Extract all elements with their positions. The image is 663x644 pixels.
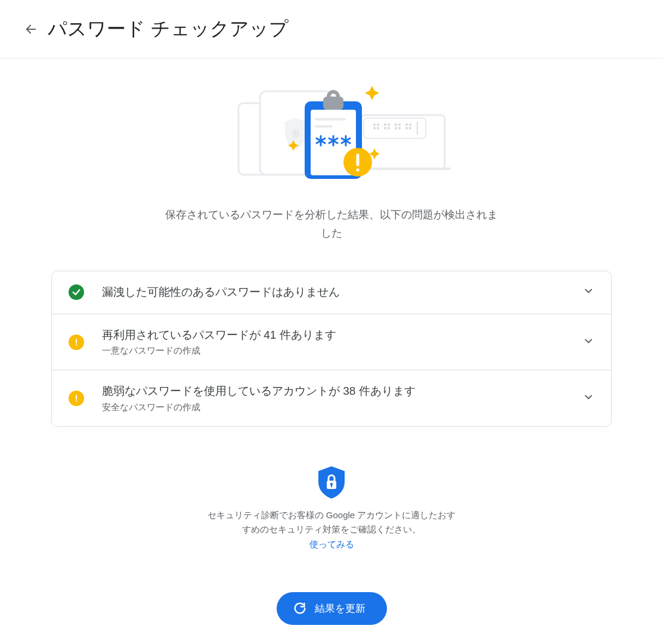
card-title: 脆弱なパスワードを使用しているアカウントが 38 件あります <box>102 383 573 400</box>
chevron-down-icon <box>583 391 594 405</box>
svg-point-46 <box>76 401 77 402</box>
arrow-left-icon <box>24 23 38 36</box>
chevron-down-icon <box>583 285 594 299</box>
svg-point-14 <box>384 123 386 126</box>
chevron-down-icon <box>583 335 594 349</box>
check-icon <box>69 284 84 300</box>
svg-point-44 <box>76 344 77 345</box>
card-title: 漏洩した可能性のあるパスワードはありません <box>102 284 573 301</box>
result-card-weak[interactable]: 脆弱なパスワードを使用しているアカウントが 38 件あります 安全なパスワードの… <box>52 370 611 426</box>
warning-icon <box>69 335 84 350</box>
security-checkup-link[interactable]: 使ってみる <box>309 539 354 550</box>
refresh-icon <box>293 602 306 615</box>
svg-point-12 <box>384 127 386 129</box>
svg-rect-6 <box>292 132 299 138</box>
svg-point-15 <box>388 123 390 126</box>
svg-point-16 <box>395 127 397 129</box>
warning-icon <box>69 391 84 406</box>
result-card-reused[interactable]: 再利用されているパスワードが 41 件あります 一意なパスワードの作成 <box>52 314 611 370</box>
svg-point-20 <box>405 127 408 129</box>
svg-point-22 <box>405 123 408 126</box>
svg-point-8 <box>373 127 376 129</box>
hero-caption: 保存されているパスワードを分析した結果、以下の問題が検出されました <box>165 206 498 242</box>
card-subtitle: 安全なパスワードの作成 <box>102 402 573 413</box>
card-text: 再利用されているパスワードが 41 件あります 一意なパスワードの作成 <box>102 327 573 357</box>
svg-point-11 <box>377 123 379 126</box>
svg-point-19 <box>398 123 401 126</box>
refresh-button-label: 結果を更新 <box>315 602 365 615</box>
result-card-compromised[interactable]: 漏洩した可能性のあるパスワードはありません <box>52 271 611 314</box>
card-text: 漏洩した可能性のあるパスワードはありません <box>102 284 573 301</box>
svg-point-18 <box>395 123 397 126</box>
svg-point-10 <box>373 123 376 126</box>
back-button[interactable] <box>19 17 43 41</box>
svg-point-17 <box>398 127 401 129</box>
card-subtitle: 一意なパスワードの作成 <box>102 345 573 357</box>
card-title: 再利用されているパスワードが 41 件あります <box>102 327 573 343</box>
svg-point-23 <box>409 123 411 126</box>
card-text: 脆弱なパスワードを使用しているアカウントが 38 件あります 安全なパスワードの… <box>102 383 573 413</box>
hero-illustration <box>51 82 612 187</box>
svg-point-13 <box>388 127 390 129</box>
topbar: パスワード チェックアップ <box>0 0 663 58</box>
main: 保存されているパスワードを分析した結果、以下の問題が検出されました 漏洩した可能… <box>51 58 612 644</box>
security-checkup-text: セキュリティ診断でお客様の Google アカウントに適したおすすめのセキュリテ… <box>206 508 457 537</box>
svg-point-42 <box>356 168 359 171</box>
security-checkup-block: セキュリティ診断でお客様の Google アカウントに適したおすすめのセキュリテ… <box>51 465 612 550</box>
page-title: パスワード チェックアップ <box>48 16 289 42</box>
shield-lock-icon <box>316 465 347 500</box>
results-list: 漏洩した可能性のあるパスワードはありません 再利用されているパスワードが 41 … <box>51 271 612 427</box>
svg-rect-49 <box>331 484 332 487</box>
svg-point-21 <box>409 127 411 129</box>
refresh-button-wrap: 結果を更新 <box>51 592 612 625</box>
refresh-button[interactable]: 結果を更新 <box>277 592 387 625</box>
svg-point-9 <box>377 127 379 129</box>
